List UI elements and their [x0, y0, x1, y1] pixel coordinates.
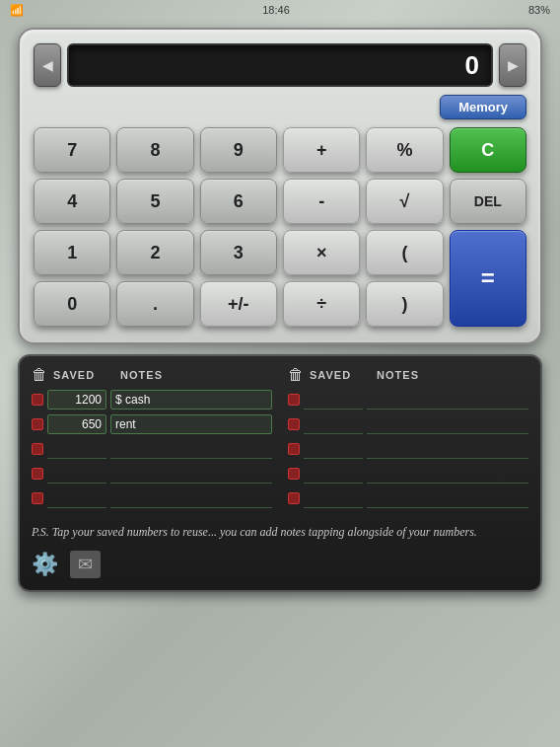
key-5-button[interactable]: 5	[116, 179, 193, 224]
battery-display: 83%	[528, 4, 550, 16]
col2-row-1	[288, 390, 528, 410]
col2-row-4	[288, 464, 528, 484]
display-value: 0	[465, 50, 479, 81]
notes-panel: 🗑 SAVED NOTES 1200 $ cash 650 rent	[18, 354, 542, 592]
col2-row2-note[interactable]	[367, 414, 528, 434]
key--button[interactable]: .	[116, 281, 193, 327]
col1-row2-saved[interactable]: 650	[47, 414, 106, 434]
key-1-button[interactable]: 1	[34, 230, 110, 275]
notes-col-2: 🗑 SAVED NOTES	[288, 366, 528, 513]
col2-row3-note[interactable]	[367, 439, 528, 459]
col1-header: 🗑 SAVED NOTES	[32, 366, 272, 384]
key-C-button[interactable]: C	[450, 127, 526, 173]
key--button[interactable]: (	[366, 230, 443, 275]
col2-row5-note[interactable]	[367, 488, 528, 508]
key-3-button[interactable]: 3	[200, 230, 277, 275]
col1-row1-checkbox[interactable]	[32, 394, 43, 406]
col2-row4-saved[interactable]	[304, 464, 363, 484]
notes-columns: 🗑 SAVED NOTES 1200 $ cash 650 rent	[32, 366, 528, 513]
col2-row5-checkbox[interactable]	[288, 492, 300, 504]
key-4-button[interactable]: 4	[34, 179, 110, 224]
col2-row4-checkbox[interactable]	[288, 468, 300, 480]
col1-row2-checkbox[interactable]	[32, 418, 43, 430]
time-display: 18:46	[262, 4, 290, 16]
col2-row-5	[288, 488, 528, 508]
key-7-button[interactable]: 7	[34, 127, 110, 173]
key-2-button[interactable]: 2	[116, 230, 193, 275]
key--button[interactable]: ×	[283, 230, 360, 275]
col2-row-2	[288, 414, 528, 434]
col1-row-4	[32, 464, 272, 484]
col1-row1-saved[interactable]: 1200	[47, 390, 106, 410]
gear-icon[interactable]: ⚙️	[32, 552, 58, 577]
col1-row3-saved[interactable]	[47, 439, 106, 459]
key--button[interactable]: %	[366, 127, 443, 173]
hint-text: P.S. Tap your saved numbers to reuse... …	[32, 523, 528, 541]
col1-row5-saved[interactable]	[47, 488, 106, 508]
col1-row1-note[interactable]: $ cash	[110, 390, 272, 410]
col2-row2-saved[interactable]	[304, 414, 363, 434]
key-0-button[interactable]: 0	[34, 281, 110, 327]
calculator-panel: ◀ 0 ▶ Memory 789+%C456-√DEL123×(=0.+/-÷)	[18, 28, 542, 344]
col1-row-3	[32, 439, 272, 459]
notes-col-1: 🗑 SAVED NOTES 1200 $ cash 650 rent	[32, 366, 272, 513]
key--button[interactable]: )	[366, 281, 443, 327]
key--button[interactable]: =	[450, 230, 526, 327]
col1-row-2: 650 rent	[32, 414, 272, 434]
key--button[interactable]: √	[366, 179, 443, 224]
col2-row1-saved[interactable]	[304, 390, 363, 410]
col2-row3-checkbox[interactable]	[288, 443, 300, 455]
col2-row2-checkbox[interactable]	[288, 418, 300, 430]
col1-row5-note[interactable]	[110, 488, 272, 508]
col1-row2-note[interactable]: rent	[110, 414, 272, 434]
col2-row1-checkbox[interactable]	[288, 394, 300, 406]
col1-notes-label: NOTES	[120, 369, 163, 381]
status-bar: 📶 18:46 83%	[0, 0, 560, 20]
col1-row-1: 1200 $ cash	[32, 390, 272, 410]
key-8-button[interactable]: 8	[116, 127, 193, 173]
wifi-icon: 📶	[10, 4, 24, 17]
col2-row1-note[interactable]	[367, 390, 528, 410]
left-arrow-button[interactable]: ◀	[34, 43, 61, 87]
memory-button[interactable]: Memory	[440, 95, 526, 119]
key--button[interactable]: ÷	[283, 281, 360, 327]
memory-row: Memory	[34, 95, 526, 119]
display-row: ◀ 0 ▶	[34, 43, 526, 87]
key--button[interactable]: -	[283, 179, 360, 224]
col2-row5-saved[interactable]	[304, 488, 363, 508]
col1-row4-note[interactable]	[110, 464, 272, 484]
bottom-icons: ⚙️ ✉	[32, 551, 528, 578]
calculator-display: 0	[67, 43, 493, 87]
keypad: 789+%C456-√DEL123×(=0.+/-÷)	[34, 127, 526, 327]
trash-icon-1[interactable]: 🗑	[32, 366, 47, 384]
col1-row5-checkbox[interactable]	[32, 492, 43, 504]
col2-notes-label: NOTES	[377, 369, 419, 381]
key-DEL-button[interactable]: DEL	[450, 179, 526, 224]
col2-row4-note[interactable]	[367, 464, 528, 484]
col1-row3-note[interactable]	[110, 439, 272, 459]
col1-row-5	[32, 488, 272, 508]
key--button[interactable]: +/-	[200, 281, 277, 327]
trash-icon-2[interactable]: 🗑	[288, 366, 304, 384]
col1-row4-checkbox[interactable]	[32, 468, 43, 480]
key--button[interactable]: +	[283, 127, 360, 173]
col2-saved-label: SAVED	[310, 369, 351, 381]
col1-row3-checkbox[interactable]	[32, 443, 43, 455]
col2-row3-saved[interactable]	[304, 439, 363, 459]
col1-saved-label: SAVED	[53, 369, 95, 381]
col1-row4-saved[interactable]	[47, 464, 106, 484]
key-6-button[interactable]: 6	[200, 179, 277, 224]
right-arrow-button[interactable]: ▶	[499, 43, 526, 87]
mail-icon[interactable]: ✉	[70, 551, 101, 578]
col2-row-3	[288, 439, 528, 459]
col2-header: 🗑 SAVED NOTES	[288, 366, 528, 384]
key-9-button[interactable]: 9	[200, 127, 277, 173]
